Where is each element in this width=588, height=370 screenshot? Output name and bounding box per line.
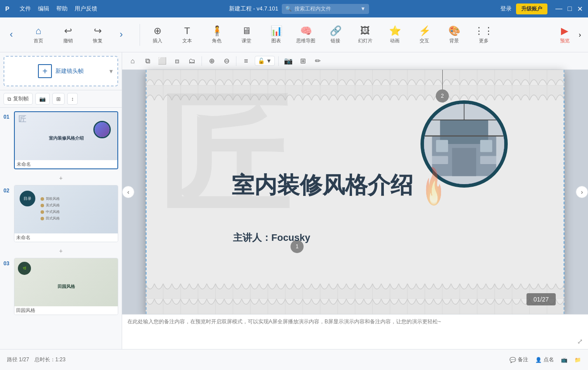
- grid-icon: ⊞: [56, 96, 61, 102]
- nav-prev[interactable]: ‹: [3, 21, 23, 49]
- slide-subtitle[interactable]: 主讲人：Focusky: [233, 231, 310, 244]
- toolbar-sep-1: [140, 24, 140, 46]
- slide-thumb-container-3: 🌿 田园风格 田园风格: [14, 258, 118, 315]
- search-bar[interactable]: 🔍 搜索工程内文件 ▼: [282, 4, 369, 14]
- slide-subtitle-text: 主讲人：Focusky: [233, 232, 310, 243]
- new-frame-button[interactable]: + 新建镜头帧 ▼: [3, 56, 118, 86]
- ct-frame-icon[interactable]: ⬜: [156, 55, 168, 67]
- page-indicator: 01/27: [526, 293, 556, 305]
- home-icon: ⌂: [35, 25, 41, 37]
- toolbar-animation[interactable]: ⭐ 动画: [381, 21, 409, 49]
- canvas-area: ⌂ ⧉ ⬜ ⧈ 🗂 ⊕ ⊖ ≡ 🔓 ▼ 📷 ⊞ ✏ ‹: [122, 52, 588, 349]
- svg-rect-7: [452, 148, 476, 176]
- character-icon: 🧍: [211, 25, 223, 37]
- toolbar-insert[interactable]: ⊕ 插入: [144, 21, 171, 49]
- titlebar: P 文件 编辑 帮助 用户反馈 新建工程 - v4.7.101 🔍 搜索工程内文…: [0, 0, 588, 17]
- toolbar-character[interactable]: 🧍 角色: [203, 21, 231, 49]
- slide-num-1: 01: [3, 114, 11, 120]
- login-button[interactable]: 登录: [500, 5, 512, 13]
- ct-text-align[interactable]: ≡: [240, 55, 252, 67]
- toolbar-undo[interactable]: ↩ 撤销: [54, 21, 82, 49]
- folder-icon: 📁: [574, 357, 581, 363]
- slide-add-between-1-2[interactable]: +: [3, 173, 118, 183]
- toolbar-slideshow[interactable]: 🖼 幻灯片: [351, 21, 379, 49]
- toolbar-home[interactable]: ⌂ 首页: [24, 21, 52, 49]
- toolbar-mindmap[interactable]: 🧠 思维导图: [292, 21, 320, 49]
- project-title: 新建工程 - v4.7.101: [229, 5, 278, 13]
- ct-lock-dropdown[interactable]: 🔓 ▼: [255, 56, 275, 66]
- menu-file[interactable]: 文件: [20, 5, 31, 13]
- notes-input[interactable]: [127, 318, 583, 346]
- slide-num-2: 02: [3, 188, 11, 194]
- classroom-label: 课堂: [242, 38, 251, 44]
- slide-thumb-inner-1: 匠 室内装修风格介绍: [15, 112, 117, 160]
- svg-rect-11: [428, 156, 448, 164]
- toolbar-preview[interactable]: ▶ 预览: [551, 21, 579, 49]
- slide-thumb-2[interactable]: 目录 简欧风格 美式风格 中式风格 田式风格 未命名: [14, 185, 118, 242]
- slide-num-3: 03: [3, 260, 11, 267]
- ct-zoom-in[interactable]: ⊕: [205, 55, 218, 67]
- toolbar-more[interactable]: ⋮⋮ 更多: [470, 21, 498, 49]
- ct-grid[interactable]: ⊞: [297, 55, 309, 67]
- menu-feedback[interactable]: 用户反馈: [75, 5, 97, 13]
- ct-stack-icon[interactable]: 🗂: [186, 55, 198, 67]
- notes-expand-button[interactable]: ⤢: [577, 337, 583, 346]
- character-label: 角色: [212, 38, 222, 44]
- menu-help[interactable]: 帮助: [56, 5, 68, 13]
- copy-frame-button[interactable]: ⧉ 复制帧: [3, 93, 33, 105]
- ct-camera[interactable]: 📷: [282, 55, 294, 67]
- collapse-left-button[interactable]: ‹: [122, 186, 134, 198]
- pointname-button[interactable]: 👤 点名: [535, 356, 554, 363]
- screenshot-button[interactable]: 📷: [35, 93, 50, 105]
- sort-button[interactable]: ↕: [67, 93, 78, 105]
- preview-label: 预览: [560, 38, 570, 44]
- ct-sep-3: [278, 56, 279, 66]
- link-label: 链接: [331, 38, 340, 44]
- minimize-button[interactable]: —: [555, 5, 562, 13]
- ct-copy-icon[interactable]: ⧉: [141, 55, 154, 67]
- slide-title[interactable]: 室内装修风格介绍: [202, 170, 442, 201]
- ct-multi-icon[interactable]: ⧈: [171, 55, 183, 67]
- slide-add-between-2-3[interactable]: +: [3, 246, 118, 256]
- more-label: 更多: [479, 38, 489, 44]
- bottombar: 路径 1/27 总时长：1:23 💬 备注 👤 点名 📺 📁: [0, 349, 588, 370]
- slide-thumb-1[interactable]: 匠 室内装修风格介绍 未命名: [14, 111, 118, 169]
- slide-thumb-3[interactable]: 🌿 田园风格 田园风格: [14, 258, 118, 315]
- pointname-label: 点名: [544, 356, 554, 363]
- collapse-right-area: ›: [576, 186, 588, 198]
- collapse-right-button[interactable]: ›: [576, 186, 588, 198]
- screen-button[interactable]: 📺: [561, 357, 567, 363]
- grid-button[interactable]: ⊞: [52, 93, 65, 105]
- toolbar-interact[interactable]: ⚡ 交互: [410, 21, 438, 49]
- nav-end[interactable]: ›: [579, 31, 585, 39]
- collapse-left-area: ‹: [122, 186, 134, 198]
- toolbar-classroom[interactable]: 🖥 课堂: [232, 21, 260, 49]
- toolbar-text[interactable]: T 文本: [173, 21, 201, 49]
- folder-button[interactable]: 📁: [574, 357, 581, 363]
- toolbar-chart[interactable]: 📊 图表: [262, 21, 290, 49]
- undo-label: 撤销: [63, 38, 73, 44]
- sidebar: + 新建镜头帧 ▼ ⧉ 复制帧 📷 ⊞ ↕ 01: [0, 52, 122, 349]
- background-label: 背景: [449, 38, 459, 44]
- ct-edit[interactable]: ✏: [312, 55, 324, 67]
- notes-area: ⤢: [122, 314, 588, 349]
- toolbar-background[interactable]: 🎨 背景: [440, 21, 468, 49]
- canvas-content: ‹: [122, 70, 588, 314]
- notes-button[interactable]: 💬 备注: [509, 356, 528, 363]
- toolbar-link[interactable]: 🔗 链接: [321, 21, 349, 49]
- titlebar-left: P 文件 编辑 帮助 用户反馈: [5, 5, 97, 13]
- nav-next[interactable]: ›: [113, 21, 133, 49]
- slide-item-2: 02 目录 简欧风格 美式风格 中式风格 田式风格: [3, 185, 118, 242]
- ct-home-icon[interactable]: ⌂: [126, 55, 139, 67]
- canvas-toolbar: ⌂ ⧉ ⬜ ⧈ 🗂 ⊕ ⊖ ≡ 🔓 ▼ 📷 ⊞ ✏: [122, 52, 588, 70]
- ct-zoom-out[interactable]: ⊖: [220, 55, 232, 67]
- slide-item-1: 01 匠 室内装修风格介绍: [3, 111, 118, 169]
- toolbar-redo[interactable]: ↪ 恢复: [84, 21, 112, 49]
- close-button[interactable]: ✕: [577, 5, 583, 13]
- upgrade-button[interactable]: 升级账户: [516, 3, 547, 14]
- maximize-button[interactable]: □: [567, 5, 572, 13]
- slide-canvas[interactable]: 匠 2: [146, 70, 564, 314]
- menu-edit[interactable]: 编辑: [38, 5, 49, 13]
- bottombar-right: 💬 备注 👤 点名 📺 📁: [509, 356, 581, 363]
- new-frame-corner-icon: +: [38, 64, 52, 78]
